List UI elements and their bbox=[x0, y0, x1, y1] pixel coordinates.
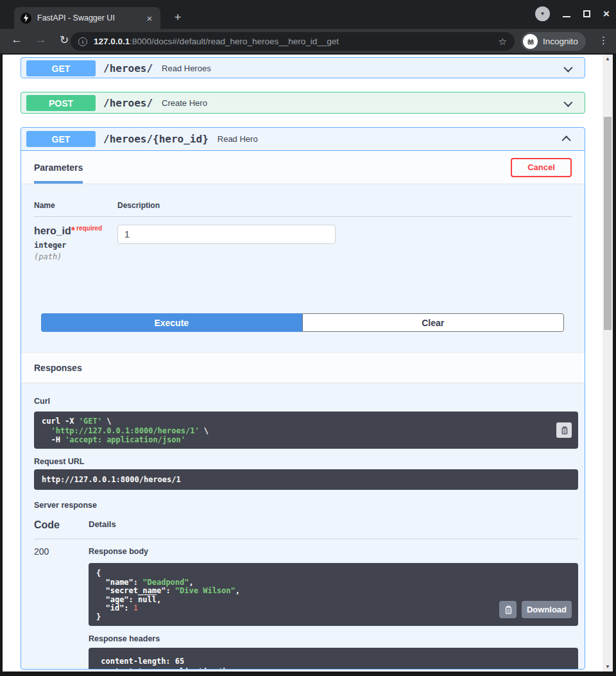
site-info-icon[interactable]: i bbox=[78, 37, 87, 46]
fastapi-favicon-icon bbox=[21, 13, 31, 24]
chevron-down-icon[interactable] bbox=[563, 63, 572, 72]
forward-button[interactable]: → bbox=[33, 33, 49, 46]
scroll-up-icon[interactable]: ▲ bbox=[603, 55, 613, 64]
required-asterisk: * bbox=[71, 225, 75, 236]
endpoint-post-heroes[interactable]: POST /heroes/ Create Hero bbox=[21, 92, 585, 114]
response-body-block: { "name": "Deadpond", "secret_name": "Di… bbox=[89, 563, 578, 626]
endpoint-summary: Create Hero bbox=[162, 98, 564, 108]
endpoint-summary: Read Heroes bbox=[162, 64, 564, 73]
tab-parameters[interactable]: Parameters bbox=[34, 151, 83, 184]
response-headers-label: Response headers bbox=[89, 634, 578, 643]
tab-search-icon[interactable]: ▼ bbox=[535, 6, 550, 21]
method-badge-get: GET bbox=[26, 131, 96, 147]
endpoint-path: /heroes/{hero_id} bbox=[103, 133, 209, 145]
column-header-name: Name bbox=[34, 201, 117, 210]
scrollbar-thumb[interactable] bbox=[604, 117, 612, 330]
hero-id-input[interactable] bbox=[117, 225, 336, 244]
browser-toolbar: ← → ↻ i 127.0.0.1:8000/docs#/default/rea… bbox=[0, 29, 616, 54]
endpoint-get-heroes[interactable]: GET /heroes/ Read Heroes bbox=[21, 57, 585, 78]
column-header-details: Details bbox=[89, 519, 116, 531]
incognito-label: Incognito bbox=[543, 37, 578, 46]
browser-titlebar: FastAPI - Swagger UI × + ▼ × bbox=[0, 0, 616, 29]
required-label: required bbox=[76, 225, 102, 232]
endpoint-get-hero-by-id: GET /heroes/{hero_id} Read Hero Paramete… bbox=[21, 127, 585, 670]
parameter-name: hero_id*required bbox=[34, 225, 117, 237]
tab-title: FastAPI - Swagger UI bbox=[37, 13, 144, 22]
browser-menu-icon[interactable]: ⋮ bbox=[599, 35, 608, 46]
server-response-label: Server response bbox=[34, 501, 578, 510]
endpoint-summary: Read Hero bbox=[218, 134, 564, 144]
execute-button[interactable]: Execute bbox=[41, 313, 302, 332]
download-button[interactable]: Download bbox=[522, 601, 572, 618]
page-scrollbar[interactable]: ▲ ▼ bbox=[603, 55, 613, 672]
address-bar[interactable]: i 127.0.0.1:8000/docs#/default/read_hero… bbox=[71, 32, 515, 51]
window-maximize-button[interactable] bbox=[583, 10, 590, 17]
back-button[interactable]: ← bbox=[9, 33, 24, 46]
bookmark-star-icon[interactable]: ☆ bbox=[499, 36, 507, 48]
tab-close-icon[interactable]: × bbox=[144, 13, 155, 24]
endpoint-summary-bar[interactable]: GET /heroes/{hero_id} Read Hero bbox=[21, 128, 585, 151]
url-text[interactable]: 127.0.0.1:8000/docs#/default/read_hero_h… bbox=[94, 37, 493, 46]
incognito-badge: Incognito bbox=[521, 32, 586, 51]
method-badge-post: POST bbox=[26, 95, 96, 111]
scroll-down-icon[interactable]: ▼ bbox=[603, 663, 613, 672]
request-url-label: Request URL bbox=[34, 457, 578, 466]
window-close-button[interactable]: × bbox=[603, 8, 610, 19]
parameter-location: (path) bbox=[34, 252, 117, 261]
column-header-description: Description bbox=[117, 201, 160, 210]
copy-to-clipboard-icon[interactable] bbox=[556, 422, 572, 438]
response-row-200: 200 Response body { "name": "Deadpond", … bbox=[34, 539, 578, 670]
chevron-down-icon[interactable] bbox=[563, 98, 572, 107]
window-minimize-button[interactable] bbox=[563, 16, 570, 17]
cancel-button[interactable]: Cancel bbox=[511, 158, 572, 177]
status-code: 200 bbox=[34, 545, 89, 670]
endpoint-path: /heroes/ bbox=[103, 62, 153, 74]
reload-button[interactable]: ↻ bbox=[56, 33, 72, 47]
parameter-type: integer bbox=[34, 241, 117, 250]
column-header-code: Code bbox=[34, 519, 89, 531]
response-headers-block: content-length: 65 content-type: applica… bbox=[89, 648, 578, 670]
parameter-row: hero_id*required integer (path) bbox=[34, 217, 572, 294]
response-body-label: Response body bbox=[89, 547, 148, 556]
swagger-page: GET /heroes/ Read Heroes POST /heroes/ C… bbox=[3, 55, 613, 672]
method-badge-get: GET bbox=[26, 60, 96, 76]
clear-button[interactable]: Clear bbox=[302, 313, 565, 332]
curl-label: Curl bbox=[34, 397, 50, 406]
copy-to-clipboard-icon[interactable] bbox=[499, 601, 517, 618]
incognito-icon bbox=[523, 34, 538, 49]
curl-code-block: curl -X 'GET' \ 'http://127.0.0.1:8000/h… bbox=[34, 412, 578, 449]
request-url-value: http://127.0.0.1:8000/heroes/1 bbox=[42, 475, 181, 484]
responses-section-header: Responses bbox=[21, 352, 585, 383]
browser-tab[interactable]: FastAPI - Swagger UI × bbox=[14, 7, 160, 29]
new-tab-button[interactable]: + bbox=[169, 9, 186, 26]
endpoint-path: /heroes/ bbox=[103, 97, 153, 109]
request-url-block: http://127.0.0.1:8000/heroes/1 bbox=[34, 469, 578, 490]
